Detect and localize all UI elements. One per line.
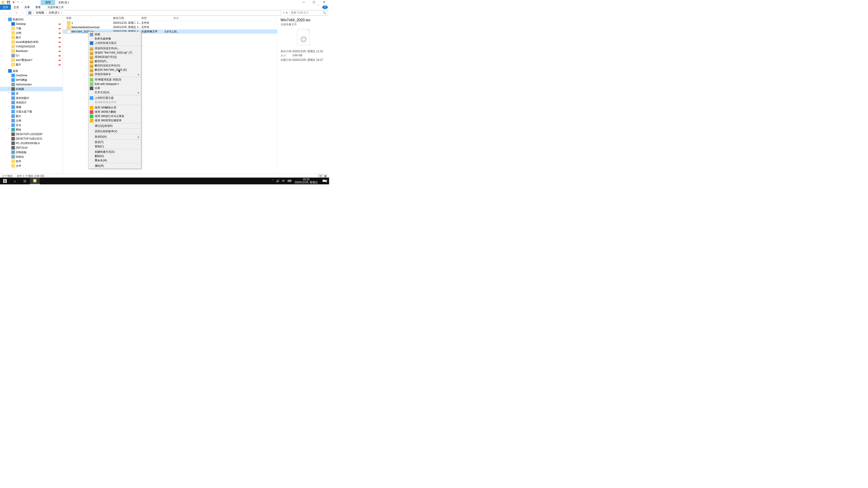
tree-net-item[interactable]: PC-20190530OBLA [0, 141, 63, 145]
menu-item[interactable]: 重命名(M) [89, 158, 141, 163]
tree-pin-item[interactable]: win7重装win7📌 [0, 58, 63, 62]
menu-item[interactable]: 上传到百度云盘 [89, 96, 141, 100]
tree-lib-item[interactable]: 本机照片 [0, 100, 63, 105]
tree-lib-item[interactable]: 天翼云盘下载 [0, 109, 63, 114]
tree-desktop-item[interactable]: Administrator [0, 82, 63, 87]
help-icon[interactable]: ? [322, 5, 328, 9]
file-row[interactable]: BaiduNetdiskDownload 2020/12/25, 星期五 1..… [63, 25, 277, 29]
tree-pin-item[interactable]: Desktop📌 [0, 22, 63, 26]
col-type[interactable]: 类型 [141, 16, 164, 20]
task-view-button[interactable]: ⊡ [20, 177, 30, 184]
tray-clock[interactable]: 16:32 2020/12/25, 星期五 [293, 178, 320, 184]
tree-pin-item[interactable]: 文档📌 [0, 31, 63, 35]
col-date[interactable]: 修改日期 [113, 16, 141, 20]
qat-save-icon[interactable]: 💾 [7, 1, 10, 4]
menu-item[interactable]: Edit with Notepad++ [89, 82, 141, 86]
menu-item[interactable]: 添加到压缩文件(A)... [89, 46, 141, 51]
tree-other-item[interactable]: 文件 [0, 164, 63, 168]
ribbon-expand-icon[interactable]: ˄ [315, 4, 322, 10]
refresh-icon[interactable]: ↻ [286, 11, 288, 14]
menu-item[interactable]: 用 蜂蜜浏览器 浏览(3) [89, 77, 141, 82]
tree-pin-item[interactable]: 下载📌 [0, 26, 63, 31]
tree-other-item[interactable]: 控制面板 [0, 150, 63, 155]
col-name[interactable]: 名称 ˄ [63, 16, 113, 20]
menu-item[interactable]: 使用 360管理右键菜单 [89, 119, 141, 123]
tree-desktop[interactable]: ˅桌面 [0, 69, 63, 73]
tree-pin-item[interactable]: excel表格制作求和📌 [0, 40, 63, 44]
tree-lib-item[interactable]: 音乐 [0, 123, 63, 127]
tree-other-item[interactable]: 软件 [0, 159, 63, 164]
start-button[interactable] [0, 177, 10, 184]
ribbon-view[interactable]: 查看 [33, 4, 43, 10]
tree-pin-item[interactable]: 图片📌 [0, 62, 63, 67]
tray-volume-icon[interactable]: 🔊 [275, 180, 281, 183]
crumb-path1[interactable]: 文档 (E:) [49, 11, 59, 15]
menu-item[interactable]: 发送到(N)▸ [89, 135, 141, 139]
ribbon-disc-tools[interactable]: 光盘映像工具 [45, 4, 66, 10]
menu-item[interactable]: 其他压缩命令▸ [89, 72, 141, 76]
menu-item[interactable]: 创建快捷方式(S) [89, 150, 141, 154]
tray-overflow[interactable]: ˄ [271, 180, 275, 183]
tray-ime[interactable]: 中 [281, 179, 286, 183]
tree-desktop-item[interactable]: ˃此电脑 [0, 87, 63, 91]
menu-item[interactable]: 添加到 "Win7x64_2020.zip" (T) [89, 51, 141, 55]
col-size[interactable]: 大小 [164, 16, 180, 20]
explorer-taskbar[interactable] [30, 177, 40, 184]
tree-desktop-item[interactable]: OneDrive [0, 73, 63, 78]
menu-item[interactable]: 解压到当前文件夹(X) [89, 64, 141, 68]
tree-pin-item[interactable]: YUNQISHI2019📌 [0, 44, 63, 49]
tree-net-item[interactable]: DESKTOP-NJEU3CG [0, 136, 63, 141]
tree-lib-item[interactable]: 视频 [0, 105, 63, 109]
menu-item[interactable]: 使用 360进行木马云查杀 [89, 114, 141, 119]
crumb-root[interactable]: 此电脑 [36, 11, 44, 15]
menu-item[interactable]: 属性(R) [89, 164, 141, 168]
menu-item[interactable]: 使用 360解除占用 [89, 105, 141, 110]
menu-item[interactable]: 用360压缩打开(Q) [89, 55, 141, 59]
context-tab[interactable]: 管理 [41, 0, 55, 5]
menu-item[interactable]: 解压到(F)... [89, 59, 141, 64]
menu-item[interactable]: 解压到 Win7x64_2020\ (E) [89, 68, 141, 72]
tray-notifications[interactable]: 💬3 [320, 180, 328, 183]
qat-undo-icon[interactable]: ✖ [12, 1, 15, 4]
tree-other-item[interactable]: 回收站 [0, 155, 63, 159]
tree-pin-item[interactable]: G:\📌 [0, 53, 63, 58]
tree-desktop-item[interactable]: ˃库 [0, 91, 63, 96]
search-box[interactable]: 搜索"文档 (E:)" 🔍 [289, 10, 328, 15]
tray-keyboard-icon[interactable]: ⌨ [286, 180, 293, 183]
tree-lib-item[interactable]: 文档 [0, 119, 63, 123]
menu-item[interactable]: 还原以前的版本(V) [89, 129, 141, 133]
file-row[interactable]: 1 2020/12/15, 星期二 1...文件夹 [63, 21, 277, 25]
nav-up[interactable]: ↑ [20, 11, 25, 14]
menu-item[interactable]: 剪切(T) [89, 140, 141, 144]
ribbon-home[interactable]: 主页 [11, 4, 22, 10]
tree-net-item[interactable]: ZMT2019 [0, 145, 63, 150]
menu-item[interactable]: 刻录光盘映像 [89, 37, 141, 41]
show-desktop[interactable] [328, 177, 329, 184]
tree-lib-item[interactable]: 图片 [0, 114, 63, 119]
close-button[interactable]: ✕ [319, 0, 329, 4]
tree-desktop-item[interactable]: WPS网盘 [0, 78, 63, 82]
menu-item[interactable]: 复制(C) [89, 144, 141, 149]
menu-item[interactable]: 打开方式(H)▸ [89, 90, 141, 95]
menu-item[interactable]: 上传到有道云笔记 [89, 41, 141, 45]
address-bar[interactable]: 此电脑 文档 (E:) [27, 10, 281, 15]
menu-item[interactable]: 装载 [89, 32, 141, 37]
minimize-button[interactable]: ― [299, 0, 309, 4]
tree-lib-item[interactable]: 保存的图片 [0, 96, 63, 100]
qat-redo-icon[interactable]: ↷ [17, 1, 19, 4]
menu-item[interactable]: 共享 [89, 86, 141, 90]
tree-pin-item[interactable]: 图片📌 [0, 35, 63, 40]
tree-pin-item[interactable]: Bandicam📌 [0, 49, 63, 53]
tree-quick-access[interactable]: ˅快速访问 [0, 17, 63, 22]
nav-forward[interactable]: → [8, 11, 13, 14]
menu-item[interactable]: 删除(D) [89, 154, 141, 158]
maximize-button[interactable]: ▢ [309, 0, 319, 4]
ribbon-share[interactable]: 共享 [22, 4, 33, 10]
menu-item[interactable]: 自动备份该文件夹 [89, 100, 141, 104]
qat-dropdown-icon[interactable]: ▾ [22, 1, 23, 3]
menu-item[interactable]: 通过QQ发送到 [89, 124, 141, 128]
nav-history[interactable]: ▾ [14, 12, 19, 14]
tree-network[interactable]: ˅网络 [0, 127, 63, 132]
search-button[interactable]: ⌕ [10, 177, 20, 184]
menu-item[interactable]: 使用 360强力删除 [89, 110, 141, 114]
